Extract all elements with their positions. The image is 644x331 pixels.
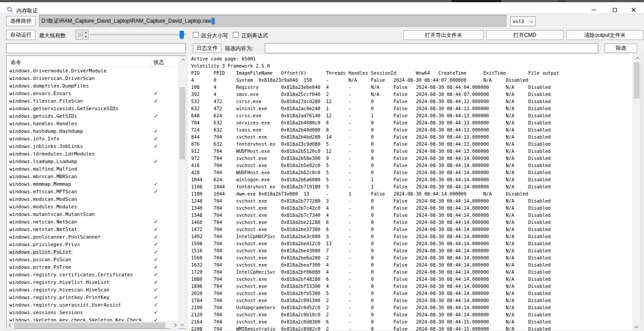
command-label: windows.registry.printkey.PrintKey xyxy=(8,295,111,300)
command-row[interactable]: windows.netscan.NetScan✓ xyxy=(7,218,178,226)
command-row[interactable]: windows.psscan.PsScan✓ xyxy=(7,256,178,263)
max-threads-label: 最大线程数 xyxy=(39,32,66,40)
command-row[interactable]: windows.ldrmodules.LdrModules xyxy=(7,150,178,158)
command-row[interactable]: windows.privileges.Privs✓ xyxy=(7,241,178,248)
command-row[interactable]: windows.hashdump.Hashdump✓ xyxy=(7,128,178,135)
spinner-up-button[interactable] xyxy=(83,30,88,35)
command-filter-input[interactable] xyxy=(6,43,186,53)
command-label: windows.getservicesids.GetServiceSIDs xyxy=(8,106,120,112)
scrollbar-thumb[interactable] xyxy=(180,87,185,160)
select-path-button[interactable]: 选择路径 xyxy=(6,16,36,26)
command-row[interactable]: windows.registry.certificates.Certificat… xyxy=(7,271,178,279)
scrollbar-thumb[interactable] xyxy=(634,62,640,99)
slider-track[interactable] xyxy=(90,34,187,35)
command-row[interactable]: windows.info.Info✓ xyxy=(7,135,178,143)
slider-thumb[interactable] xyxy=(180,31,184,39)
scroll-up-button[interactable] xyxy=(633,54,640,62)
scroll-right-button[interactable] xyxy=(171,322,178,329)
command-row[interactable]: windows.registry.printkey.PrintKey✓ xyxy=(7,294,178,301)
maximize-button[interactable] xyxy=(604,4,625,15)
command-row[interactable]: windows.modscan.ModScan xyxy=(7,195,178,203)
command-row[interactable]: windows.handles.Handles xyxy=(7,120,178,128)
clear-output-folder-button[interactable]: 清除output文件夹 xyxy=(566,30,644,40)
check-icon: ✓ xyxy=(154,309,158,316)
command-row[interactable]: windows.envars.Envars✓ xyxy=(7,90,178,97)
chevron-up-icon xyxy=(636,57,639,60)
max-threads-spinner[interactable]: 10 xyxy=(76,30,88,40)
log-file-button[interactable]: 日志文件 xyxy=(193,44,221,53)
command-label: windows.info.Info xyxy=(8,136,61,142)
command-row[interactable]: windows.malfind.Malfind xyxy=(7,165,178,173)
status-column-header: 状态 xyxy=(153,59,164,66)
scroll-down-button[interactable] xyxy=(179,321,186,328)
command-row[interactable]: windows.driverscan.DriverScan xyxy=(7,75,178,82)
command-row[interactable]: windows.dumpfiles.DumpFiles xyxy=(7,82,178,90)
thread-slider[interactable] xyxy=(90,29,187,40)
command-label: windows.lsadump.Lsadump xyxy=(8,159,78,164)
minimize-button[interactable] xyxy=(584,4,604,15)
command-label: windows.mftscan.MFTScan xyxy=(8,189,78,195)
command-list-header: 命令 状态 xyxy=(7,56,178,67)
command-row[interactable]: windows.poolscanner.PoolScanner✓ xyxy=(7,233,178,241)
command-list-vertical-scrollbar[interactable] xyxy=(178,56,186,328)
volatility-version-value: vol3 xyxy=(512,19,524,24)
close-button[interactable]: × xyxy=(623,4,644,15)
check-icon: ✓ xyxy=(154,316,158,321)
open-cmd-button[interactable]: 打开CMD xyxy=(486,30,564,40)
spinner-down-button[interactable] xyxy=(83,35,88,39)
command-label: windows.psscan.PsScan xyxy=(8,257,72,263)
command-row[interactable]: windows.lsadump.Lsadump✓ xyxy=(7,158,178,165)
volatility-output[interactable]: Active code page: 65001 Volatility 3 Fra… xyxy=(191,55,631,331)
command-row[interactable]: windows.joblinks.JobLinks✓ xyxy=(7,143,178,150)
minimize-icon xyxy=(592,10,596,10)
auto-run-button[interactable]: 自动运行 xyxy=(6,30,36,40)
command-row[interactable]: windows.filescan.FileScan✓ xyxy=(7,97,178,105)
open-export-folder-button[interactable]: 打开导出文件夹 xyxy=(404,30,484,40)
check-icon: ✓ xyxy=(154,180,158,188)
case-sensitive-checkbox[interactable] xyxy=(193,32,199,38)
command-label: windows.pslist.PsList xyxy=(8,249,72,255)
volatility-version-select[interactable]: vol3 xyxy=(510,16,536,26)
command-row[interactable]: windows.mutantscan.MutantScan xyxy=(7,211,178,218)
command-row[interactable]: windows.registry.hivelist.HiveList✓ xyxy=(7,279,178,286)
check-icon: ✓ xyxy=(154,279,158,286)
command-row[interactable]: windows.drivermodule.DriverModule xyxy=(7,67,178,75)
triangle-up-icon xyxy=(84,32,87,33)
command-row[interactable]: windows.registry.userassist.UserAssist✓ xyxy=(7,301,178,309)
command-row[interactable]: windows.modules.Modules xyxy=(7,203,178,211)
command-row[interactable]: windows.skeleton_key_check.Skeleton_Key_… xyxy=(7,316,178,321)
check-icon: ✓ xyxy=(154,271,158,279)
command-row[interactable]: windows.mbrscan.MBRScan xyxy=(7,173,178,180)
check-icon: ✓ xyxy=(154,112,158,120)
command-row[interactable]: windows.getsids.GetSIDs✓ xyxy=(7,112,178,120)
output-vertical-scrollbar[interactable] xyxy=(632,54,640,331)
regex-checkbox[interactable] xyxy=(233,32,239,38)
filter-content-input[interactable] xyxy=(265,43,598,53)
check-icon: ✓ xyxy=(154,97,158,105)
scroll-left-button[interactable] xyxy=(7,322,14,329)
command-row[interactable]: windows.mftscan.MFTScan✓ xyxy=(7,188,178,195)
chevron-down-icon xyxy=(531,19,533,24)
regex-label: 正则表达式 xyxy=(241,32,268,40)
command-list-horizontal-scrollbar[interactable] xyxy=(7,321,178,328)
command-label: windows.memmap.Memmap xyxy=(8,181,72,187)
command-label: windows.poolscanner.PoolScanner xyxy=(8,234,102,240)
scroll-up-button[interactable] xyxy=(179,56,186,64)
check-icon: ✓ xyxy=(154,286,158,294)
command-list[interactable]: windows.drivermodule.DriverModulewindows… xyxy=(7,67,178,321)
path-field[interactable]: D:\取证\RAM_Capture_David_Laptop\RAM_Captu… xyxy=(39,15,507,27)
command-row[interactable]: windows.pslist.PsList✓ xyxy=(7,248,178,256)
scroll-down-button[interactable] xyxy=(633,323,640,331)
command-row[interactable]: windows.registry.hivescan.HiveScan✓ xyxy=(7,286,178,294)
command-row[interactable]: windows.getservicesids.GetServiceSIDs xyxy=(7,105,178,112)
top-edge-mark xyxy=(558,0,565,2)
scrollbar-thumb[interactable] xyxy=(14,323,165,328)
command-row[interactable]: windows.pstree.PsTree✓ xyxy=(7,263,178,271)
check-icon: ✓ xyxy=(154,135,158,143)
command-row[interactable]: windows.memmap.Memmap✓ xyxy=(7,180,178,188)
filter-button[interactable]: 筛选 xyxy=(604,44,637,53)
command-row[interactable]: windows.netstat.NetStat✓ xyxy=(7,226,178,233)
command-row[interactable]: windows.sessions.Sessions✓ xyxy=(7,309,178,316)
command-label: windows.joblinks.JobLinks xyxy=(8,144,84,149)
command-label: windows.netstat.NetStat xyxy=(8,227,78,232)
